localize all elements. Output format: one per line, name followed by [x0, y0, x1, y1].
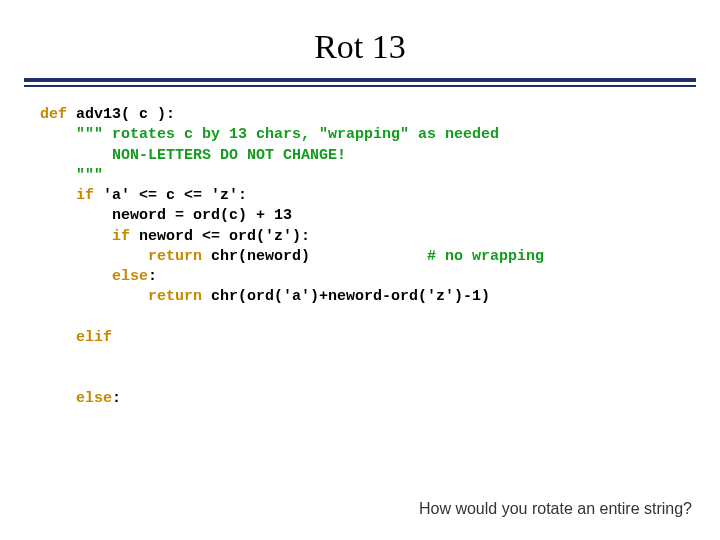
kw-def: def — [40, 106, 67, 123]
comment-no-wrapping: # no wrapping — [310, 248, 544, 265]
docstring-close: """ — [40, 167, 103, 184]
return-1-expr: chr(neword) — [202, 248, 310, 265]
code-block: def adv13( c ): """ rotates c by 13 char… — [40, 105, 680, 409]
if-cond: 'a' <= c <= 'z': — [94, 187, 247, 204]
kw-if-inner: if — [40, 228, 130, 245]
blank-line — [40, 369, 49, 386]
return-2-expr: chr(ord('a')+neword-ord('z')-1) — [202, 288, 490, 305]
kw-return-2: return — [40, 288, 202, 305]
assign-line: neword = ord(c) + 13 — [40, 207, 292, 224]
docstring-line: NON-LETTERS DO NOT CHANGE! — [40, 147, 346, 164]
if-inner-cond: neword <= ord('z'): — [130, 228, 310, 245]
slide-title: Rot 13 — [0, 28, 720, 66]
docstring-open: """ rotates c by 13 chars, "wrapping" as… — [40, 126, 499, 143]
kw-else-outer: else — [40, 390, 112, 407]
kw-return-1: return — [40, 248, 202, 265]
kw-if: if — [40, 187, 94, 204]
fn-name: adv13( c ): — [67, 106, 175, 123]
footer-question: How would you rotate an entire string? — [419, 500, 692, 518]
else-colon: : — [148, 268, 157, 285]
kw-else-inner: else — [40, 268, 148, 285]
rule-thick — [24, 78, 696, 82]
blank-line — [40, 349, 49, 366]
kw-elif: elif — [40, 329, 112, 346]
blank-line — [40, 309, 49, 326]
else-outer-colon: : — [112, 390, 121, 407]
rule-thin — [24, 85, 696, 87]
title-underline — [24, 78, 696, 87]
